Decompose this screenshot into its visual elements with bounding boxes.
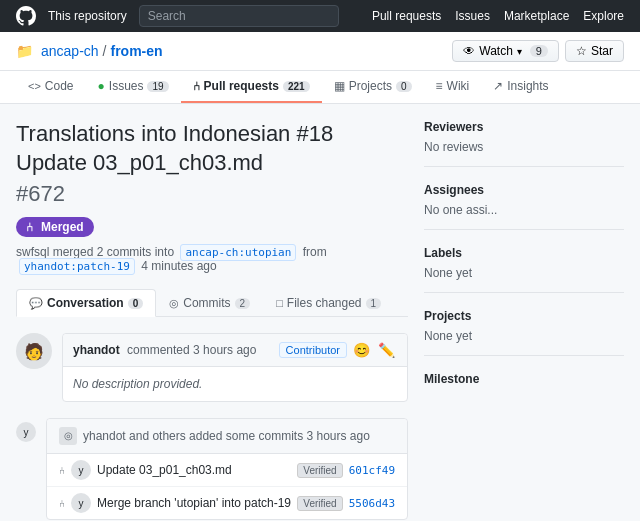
comment-block: 🧑 yhandot commented 3 hours ago Contribu… xyxy=(16,333,408,402)
star-button[interactable]: Star xyxy=(565,40,624,62)
contributor-badge: Contributor xyxy=(279,342,347,358)
edit-button[interactable]: ✏️ xyxy=(376,340,397,360)
nav-explore[interactable]: Explore xyxy=(583,9,624,23)
repo-icon: 📁 xyxy=(16,43,33,59)
conv-tab-conversation[interactable]: Conversation 0 xyxy=(16,289,156,317)
main-column: Translations into Indonesian #18 Update … xyxy=(16,120,408,521)
react-button[interactable]: 😊 xyxy=(351,340,372,360)
comment-timestamp: commented 3 hours ago xyxy=(127,343,256,357)
comment-author: yhandot xyxy=(73,343,120,357)
repo-name-link[interactable]: from-en xyxy=(110,43,162,59)
watch-count: 9 xyxy=(530,45,548,57)
navbar-links: Pull requests Issues Marketplace Explore xyxy=(372,9,624,23)
pr-title: Translations into Indonesian #18 Update … xyxy=(16,120,408,177)
commit-sha-1[interactable]: 601cf49 xyxy=(349,464,395,477)
commit-branch-icon-1 xyxy=(59,463,65,477)
sidebar-milestone-label: Milestone xyxy=(424,372,624,386)
commit-verified-1: Verified xyxy=(297,463,342,478)
commit-avatar-2: y xyxy=(71,493,91,513)
commits-group-header: ◎ yhandot and others added some commits … xyxy=(47,419,407,454)
sidebar-assignees-label: Assignees xyxy=(424,183,624,197)
search-input[interactable]: Search xyxy=(139,5,339,27)
chevron-down-icon: ▾ xyxy=(517,46,522,57)
sidebar-projects-value: None yet xyxy=(424,329,624,343)
repo-actions: Watch ▾ 9 Star xyxy=(452,40,624,62)
pr-number: #672 xyxy=(16,181,65,206)
sidebar-labels-value: None yet xyxy=(424,266,624,280)
merged-badge: Merged xyxy=(16,217,94,237)
commits-icon-tab xyxy=(169,296,179,310)
repo-owner-link[interactable]: ancap-ch xyxy=(41,43,99,59)
search-placeholder: Search xyxy=(148,9,186,23)
commit-message-2: Merge branch 'utopian' into patch-19 xyxy=(97,496,291,510)
conversation-icon xyxy=(29,296,43,310)
commits-avatar-yhandot: y xyxy=(16,422,36,442)
commit-message-1: Update 03_p01_ch03.md xyxy=(97,463,291,477)
insights-icon xyxy=(493,79,503,93)
nav-issues[interactable]: Issues xyxy=(455,9,490,23)
comment-header: yhandot commented 3 hours ago Contributo… xyxy=(63,334,407,367)
files-icon xyxy=(276,296,283,310)
sidebar-reviewers: Reviewers No reviews xyxy=(424,120,624,167)
wiki-icon xyxy=(436,79,443,93)
sidebar-projects: Projects None yet xyxy=(424,309,624,356)
tab-pull-requests[interactable]: Pull requests 221 xyxy=(181,71,322,103)
commit-branch-icon-2 xyxy=(59,496,65,510)
star-icon xyxy=(576,44,587,58)
sidebar-assignees: Assignees No one assi... xyxy=(424,183,624,230)
tab-projects[interactable]: Projects 0 xyxy=(322,71,424,103)
breadcrumb-sep: / xyxy=(103,43,107,59)
breadcrumb: 📁 ancap-ch / from-en xyxy=(16,43,163,59)
github-logo-icon xyxy=(16,6,36,26)
commits-group: ◎ yhandot and others added some commits … xyxy=(46,418,408,520)
comment-box: yhandot commented 3 hours ago Contributo… xyxy=(62,333,408,402)
comment-body: No description provided. xyxy=(63,367,407,401)
conversation-tabs: Conversation 0 Commits 2 Files changed 1 xyxy=(16,289,408,317)
star-label: Star xyxy=(591,44,613,58)
commits-group-icon: ◎ xyxy=(59,427,77,445)
nav-pull-requests[interactable]: Pull requests xyxy=(372,9,441,23)
merged-icon xyxy=(26,220,37,234)
repo-nav-tabs: Code Issues 19 Pull requests 221 Project… xyxy=(0,71,640,104)
sidebar-reviewers-value: No reviews xyxy=(424,140,624,154)
nav-marketplace[interactable]: Marketplace xyxy=(504,9,569,23)
commenter-avatar: 🧑 xyxy=(16,333,52,369)
commit-sha-2[interactable]: 5506d43 xyxy=(349,497,395,510)
commit-row-2: y Merge branch 'utopian' into patch-19 V… xyxy=(47,487,407,519)
navbar-scope: This repository xyxy=(48,9,127,23)
commit-avatar-1: y xyxy=(71,460,91,480)
sidebar-reviewers-label: Reviewers xyxy=(424,120,624,134)
tab-issues[interactable]: Issues 19 xyxy=(86,71,181,103)
tab-insights[interactable]: Insights xyxy=(481,71,560,103)
repo-header: 📁 ancap-ch / from-en Watch ▾ 9 Star xyxy=(0,32,640,71)
commit-row: y Update 03_p01_ch03.md Verified 601cf49 xyxy=(47,454,407,487)
watch-label: Watch xyxy=(479,44,513,58)
pr-status-bar: Merged swfsql merged 2 commits into anca… xyxy=(16,217,408,273)
comment-actions: Contributor 😊 ✏️ xyxy=(279,340,397,360)
conv-tab-files[interactable]: Files changed 1 xyxy=(263,289,394,317)
tab-wiki[interactable]: Wiki xyxy=(424,71,482,103)
pr-meta: swfsql merged 2 commits into ancap-ch:ut… xyxy=(16,245,408,273)
sidebar-projects-label: Projects xyxy=(424,309,624,323)
tab-code[interactable]: Code xyxy=(16,71,86,103)
pr-icon xyxy=(193,79,200,93)
commit-verified-2: Verified xyxy=(297,496,342,511)
sidebar-labels-label: Labels xyxy=(424,246,624,260)
sidebar: Reviewers No reviews Assignees No one as… xyxy=(424,120,624,521)
content-area: Translations into Indonesian #18 Update … xyxy=(0,104,640,521)
project-icon xyxy=(334,79,345,93)
sidebar-milestone: Milestone xyxy=(424,372,624,404)
navbar: This repository Search Pull requests Iss… xyxy=(0,0,640,32)
watch-button[interactable]: Watch ▾ 9 xyxy=(452,40,559,62)
head-branch-link[interactable]: yhandot:patch-19 xyxy=(19,258,135,275)
conv-tab-commits[interactable]: Commits 2 xyxy=(156,289,263,317)
sidebar-assignees-value: No one assi... xyxy=(424,203,624,217)
eye-icon xyxy=(463,44,475,58)
commits-group-block: y ◎ yhandot and others added some commit… xyxy=(16,418,408,521)
code-icon xyxy=(28,79,41,93)
issue-icon xyxy=(98,79,105,93)
sidebar-labels: Labels None yet xyxy=(424,246,624,293)
